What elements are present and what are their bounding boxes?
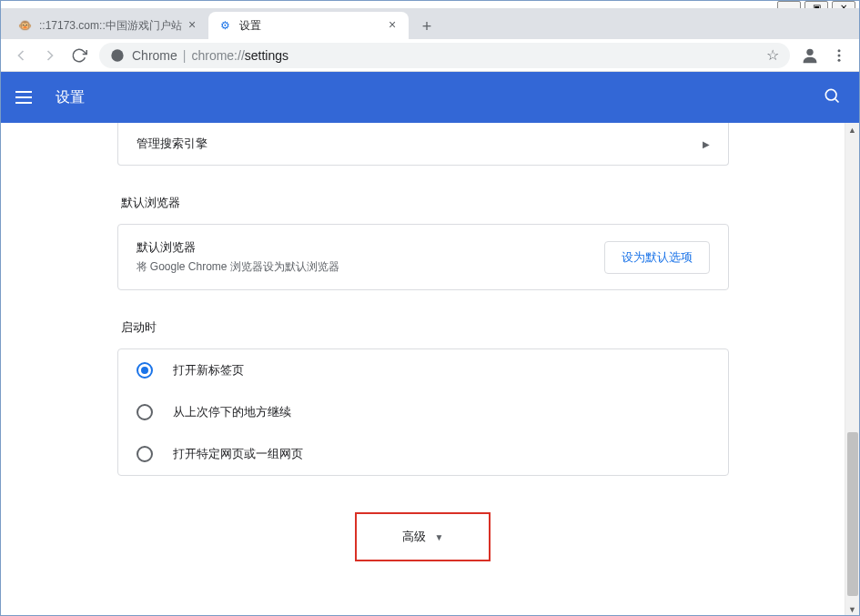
tab-strip: 🐵 ::17173.com::中国游戏门户站 × ⚙ 设置 × +	[1, 8, 859, 39]
default-browser-row: 默认浏览器 将 Google Chrome 浏览器设为默认浏览器 设为默认选项	[118, 225, 728, 289]
chevron-down-icon: ▼	[435, 532, 444, 542]
svg-point-2	[838, 49, 841, 52]
startup-option-continue[interactable]: 从上次停下的地方继续	[118, 391, 728, 433]
advanced-highlight-box: 高级 ▼	[355, 512, 491, 561]
manage-search-engines-row[interactable]: 管理搜索引擎 ▶	[118, 123, 728, 165]
svg-point-0	[111, 49, 123, 61]
bookmark-star-icon[interactable]: ☆	[766, 46, 779, 64]
settings-header: 设置	[1, 72, 859, 123]
tab-settings[interactable]: ⚙ 设置 ×	[208, 12, 409, 39]
default-browser-subtitle: 将 Google Chrome 浏览器设为默认浏览器	[137, 259, 604, 275]
new-tab-button[interactable]: +	[414, 14, 440, 39]
page-title: 设置	[56, 88, 823, 107]
svg-point-1	[806, 48, 813, 55]
tab-title: 设置	[239, 18, 385, 34]
address-bar[interactable]: Chrome | chrome://settings ☆	[99, 43, 790, 68]
scroll-up-button[interactable]: ▲	[845, 123, 859, 137]
omnibox-prefix: Chrome	[132, 48, 177, 63]
startup-option-new-tab[interactable]: 打开新标签页	[118, 349, 728, 391]
chrome-menu-button[interactable]	[825, 41, 854, 70]
radio-label: 从上次停下的地方继续	[173, 404, 291, 420]
profile-button[interactable]	[795, 41, 825, 70]
section-heading-default-browser: 默认浏览器	[121, 195, 729, 211]
radio-icon	[137, 446, 153, 462]
set-default-button[interactable]: 设为默认选项	[604, 241, 710, 274]
chevron-right-icon: ▶	[703, 139, 710, 149]
omnibox-url: chrome://settings	[191, 48, 288, 63]
close-icon[interactable]: ×	[385, 18, 400, 33]
radio-icon	[137, 362, 153, 379]
tab-title: ::17173.com::中国游戏门户站	[39, 18, 185, 34]
close-icon[interactable]: ×	[185, 18, 199, 33]
advanced-label: 高级	[402, 529, 426, 545]
scroll-down-button[interactable]: ▼	[845, 602, 859, 616]
site-info-icon[interactable]	[110, 48, 125, 63]
startup-option-specific-pages[interactable]: 打开特定网页或一组网页	[118, 433, 728, 475]
svg-point-5	[825, 89, 836, 100]
omnibox-separator: |	[183, 48, 187, 63]
svg-point-4	[838, 58, 841, 61]
gear-icon: ⚙	[218, 18, 232, 33]
radio-label: 打开新标签页	[173, 362, 244, 379]
row-label: 管理搜索引擎	[137, 136, 207, 152]
vertical-scrollbar[interactable]: ▲ ▼	[845, 123, 859, 616]
back-button[interactable]	[6, 41, 35, 70]
svg-point-3	[838, 54, 841, 56]
favicon-17173: 🐵	[17, 18, 32, 33]
browser-toolbar: Chrome | chrome://settings ☆	[1, 39, 859, 72]
menu-icon[interactable]	[15, 86, 37, 108]
advanced-toggle-button[interactable]: 高级 ▼	[402, 529, 444, 545]
settings-content: 管理搜索引擎 ▶ 默认浏览器 默认浏览器 将 Google Chrome 浏览器…	[1, 123, 845, 616]
scroll-thumb[interactable]	[847, 432, 858, 596]
reload-button[interactable]	[65, 41, 94, 70]
radio-label: 打开特定网页或一组网页	[173, 446, 303, 462]
svg-line-6	[835, 99, 839, 103]
radio-icon	[137, 404, 153, 420]
section-heading-startup: 启动时	[121, 319, 729, 336]
search-icon[interactable]	[823, 86, 845, 108]
default-browser-title: 默认浏览器	[137, 239, 604, 256]
forward-button[interactable]	[35, 41, 65, 70]
tab-17173[interactable]: 🐵 ::17173.com::中国游戏门户站 ×	[8, 12, 208, 39]
